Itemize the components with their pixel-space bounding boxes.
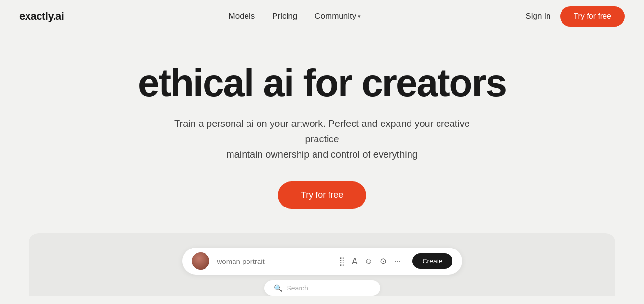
search-row: 🔍 Search xyxy=(264,280,380,296)
hero-section: ethical ai for creators Train a personal… xyxy=(0,33,644,233)
nav-link-models[interactable]: Models xyxy=(229,12,255,21)
search-icon: 🔍 xyxy=(274,284,282,292)
nav-links: Models Pricing Community ▾ xyxy=(229,12,361,21)
grid-icon[interactable]: ⣿ xyxy=(339,256,345,266)
more-icon[interactable]: ··· xyxy=(394,256,401,266)
sign-in-link[interactable]: Sign in xyxy=(525,12,550,21)
toolbar-icons: ⣿ 𝖠 ☺ ⊙ ··· xyxy=(339,256,401,266)
prompt-input[interactable] xyxy=(217,257,331,265)
hero-subtitle: Train a personal ai on your artwork. Per… xyxy=(158,116,486,162)
font-icon[interactable]: 𝖠 xyxy=(352,256,357,266)
clock-icon[interactable]: ⊙ xyxy=(380,256,387,266)
try-free-button-nav[interactable]: Try for free xyxy=(560,6,625,27)
navbar-actions: Sign in Try for free xyxy=(525,6,625,27)
nav-link-community[interactable]: Community ▾ xyxy=(315,12,361,21)
app-toolbar: ⣿ 𝖠 ☺ ⊙ ··· Create xyxy=(182,248,462,275)
logo[interactable]: exactly.ai xyxy=(19,10,64,23)
avatar xyxy=(192,252,209,270)
chevron-down-icon: ▾ xyxy=(358,14,361,20)
create-button[interactable]: Create xyxy=(412,253,452,269)
chat-icon[interactable]: ☺ xyxy=(364,256,373,266)
navbar: exactly.ai Models Pricing Community ▾ Si… xyxy=(0,0,644,33)
hero-title: ethical ai for creators xyxy=(138,62,506,104)
search-placeholder[interactable]: Search xyxy=(287,284,308,292)
app-preview-section: ⣿ 𝖠 ☺ ⊙ ··· Create 🔍 Search xyxy=(29,233,615,296)
try-free-button-hero[interactable]: Try for free xyxy=(278,181,366,209)
nav-link-pricing[interactable]: Pricing xyxy=(272,12,297,21)
avatar-image xyxy=(192,252,209,270)
